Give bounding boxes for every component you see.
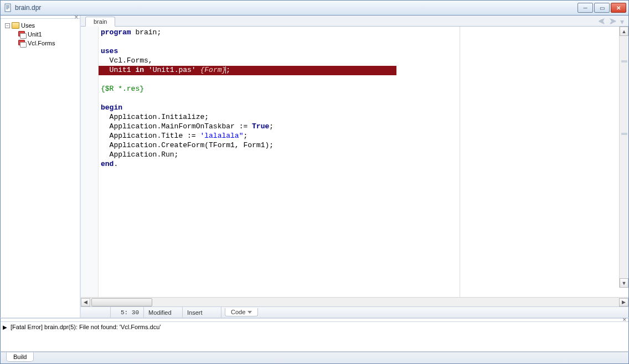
editor-area: brain ⮜ ⮞ ▾ program brain; uses Vcl.Form… xyxy=(81,15,628,318)
window-titlebar: brain.dpr ─ ▭ ✕ xyxy=(0,0,629,15)
code-token: ; xyxy=(243,132,248,140)
code-token: program xyxy=(101,28,131,37)
scroll-track[interactable] xyxy=(620,36,628,278)
code-token: ; xyxy=(269,122,274,131)
maximize-button[interactable]: ▭ xyxy=(594,3,610,13)
messages-close-icon[interactable]: ✕ xyxy=(622,317,627,323)
unit-icon xyxy=(18,40,26,46)
scroll-left-button[interactable]: ◀ xyxy=(81,298,90,306)
scroll-mark xyxy=(621,133,627,135)
code-token: Unit1 xyxy=(101,66,135,74)
code-token: uses xyxy=(101,47,118,55)
editor-tabstrip: brain ⮜ ⮞ ▾ xyxy=(81,15,628,27)
minimize-button[interactable]: ─ xyxy=(578,3,593,13)
code-token: Vcl.Forms, xyxy=(101,56,153,65)
scroll-down-button[interactable]: ▼ xyxy=(620,278,628,288)
bottom-tabstrip: Build xyxy=(0,352,629,364)
message-text: [Fatal Error] brain.dpr(5): File not fou… xyxy=(8,324,161,330)
tree-panel-header: ✕ xyxy=(1,15,80,19)
scroll-thumb[interactable] xyxy=(91,298,152,306)
bottom-tab-build[interactable]: Build xyxy=(6,352,34,362)
code-token: end xyxy=(101,160,114,168)
tree-close-icon[interactable]: ✕ xyxy=(74,14,79,20)
project-tree[interactable]: − Uses Unit1 Vcl.Forms xyxy=(1,19,80,50)
code-token: {Form} xyxy=(200,66,226,74)
status-modified: Modified xyxy=(144,307,183,318)
code-token: . xyxy=(114,160,118,168)
code-token: Application.MainFormOnTaskbar := xyxy=(101,122,252,131)
nav-back-icon[interactable]: ⮜ xyxy=(598,17,606,26)
code-token: {$R *.res} xyxy=(101,85,144,93)
project-tree-panel: ✕ − Uses Unit1 Vcl.Forms xyxy=(1,15,81,318)
status-cell-blank xyxy=(81,307,111,318)
code-token: Application.Run; xyxy=(101,150,178,159)
tree-node-label: Vcl.Forms xyxy=(28,40,55,46)
tree-collapse-icon[interactable]: − xyxy=(5,23,10,28)
code-token: Application.Title := xyxy=(101,132,200,140)
tree-node-label: Uses xyxy=(21,22,35,29)
code-token: brain; xyxy=(131,28,162,37)
code-editor-wrap: program brain; uses Vcl.Forms, Unit1 in … xyxy=(81,27,628,297)
status-insert-mode: Insert xyxy=(183,307,221,318)
unit-icon xyxy=(18,31,26,38)
scroll-up-button[interactable]: ▲ xyxy=(620,27,628,36)
code-token xyxy=(144,66,148,74)
code-token: 'lalalala" xyxy=(200,132,243,140)
vertical-scrollbar[interactable]: ▲ ▼ xyxy=(619,27,628,288)
editor-tab-brain[interactable]: brain xyxy=(85,17,115,27)
workspace: ✕ − Uses Unit1 Vcl.Forms brain ⮜ ⮞ xyxy=(0,15,629,318)
window-title: brain.dpr xyxy=(15,4,41,12)
chevron-down-icon xyxy=(248,311,252,314)
message-marker-icon: ▶ xyxy=(3,324,8,330)
folder-icon xyxy=(12,22,19,29)
error-line[interactable]: Unit1 in 'Unit1.pas' {Form}; xyxy=(101,66,230,74)
document-icon xyxy=(4,3,13,12)
code-token: in xyxy=(135,66,144,74)
horizontal-scrollbar[interactable]: ◀ ▶ xyxy=(81,297,628,306)
editor-statusbar: 5: 30 Modified Insert Code xyxy=(81,306,628,318)
code-token: True xyxy=(252,122,269,131)
tree-node-uses[interactable]: − Uses xyxy=(3,21,78,30)
view-tab-code[interactable]: Code xyxy=(225,308,258,316)
messages-header: ✕ xyxy=(1,319,628,322)
tree-node-vclforms[interactable]: Vcl.Forms xyxy=(3,39,78,48)
tree-node-label: Unit1 xyxy=(28,31,42,38)
code-token: Application.CreateForm(TForm1, Form1); xyxy=(101,141,274,149)
editor-gutter xyxy=(81,27,99,297)
code-token: ; xyxy=(226,66,230,74)
code-token: begin xyxy=(101,103,122,112)
view-tab-label: Code xyxy=(231,309,245,315)
window-controls: ─ ▭ ✕ xyxy=(576,3,628,13)
status-cursor-position: 5: 30 xyxy=(111,307,144,318)
message-item[interactable]: ▶ [Fatal Error] brain.dpr(5): File not f… xyxy=(1,322,628,332)
messages-list[interactable]: ▶ [Fatal Error] brain.dpr(5): File not f… xyxy=(1,322,628,351)
code-token: 'Unit1.pas' xyxy=(148,66,196,74)
code-content[interactable]: program brain; uses Vcl.Forms, Unit1 in … xyxy=(99,27,628,169)
editor-nav-arrows: ⮜ ⮞ ▾ xyxy=(598,17,628,26)
tree-node-unit1[interactable]: Unit1 xyxy=(3,30,78,39)
scroll-mark xyxy=(621,60,627,63)
messages-panel: ✕ ▶ [Fatal Error] brain.dpr(5): File not… xyxy=(0,318,629,352)
code-token: Application.Initialize; xyxy=(101,113,209,121)
scroll-right-button[interactable]: ▶ xyxy=(619,298,628,306)
close-button[interactable]: ✕ xyxy=(611,3,626,13)
code-editor[interactable]: program brain; uses Vcl.Forms, Unit1 in … xyxy=(99,27,628,297)
nav-dropdown-icon[interactable]: ▾ xyxy=(620,17,624,26)
nav-forward-icon[interactable]: ⮞ xyxy=(609,17,617,26)
